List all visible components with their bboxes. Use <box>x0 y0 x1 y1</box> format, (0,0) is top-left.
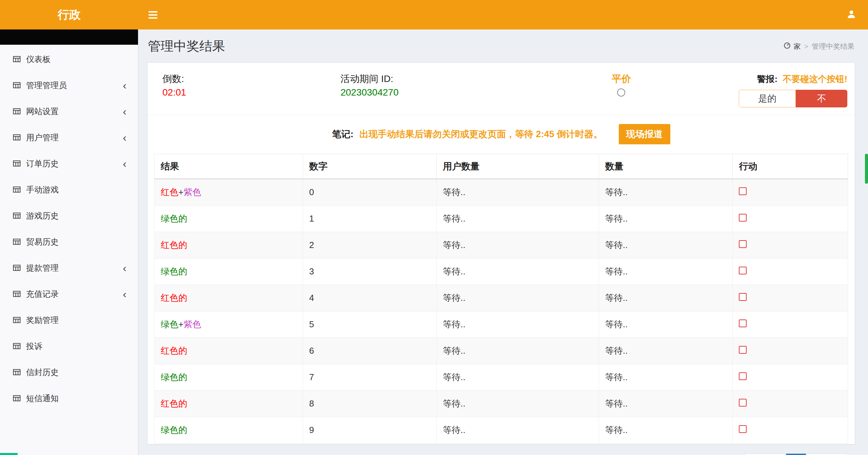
chevron-left-icon: ‹ <box>123 289 126 299</box>
result-checkbox[interactable] <box>739 293 747 301</box>
sidebar-item[interactable]: 奖励管理 <box>0 307 138 333</box>
note-label: 笔记: <box>332 129 353 139</box>
sidebar-item[interactable]: 用户管理‹ <box>0 124 138 150</box>
result-cell: 红色的 <box>155 391 303 417</box>
sidebar-item[interactable]: 投诉 <box>0 333 138 359</box>
alert-block: 警报: 不要碰这个按钮! 是的 不 <box>690 72 847 107</box>
main-content: 管理中奖结果 家 > 管理中奖结果 倒数: 02:01 <box>138 29 868 455</box>
pagination-previous[interactable]: 以前的 <box>744 454 786 455</box>
sidebar-item-label: 投诉 <box>26 341 126 352</box>
number-cell: 5 <box>303 311 437 338</box>
users-cell: 等待.. <box>437 258 599 285</box>
result-segment: 绿色 <box>161 319 178 329</box>
chevron-left-icon: ‹ <box>123 106 126 117</box>
sidebar-toggle-button[interactable] <box>149 9 157 20</box>
info-row: 倒数: 02:01 活动期间 ID: 20230304270 平价 警报: 不要… <box>147 63 855 115</box>
sidebar-item[interactable]: 游戏历史 <box>0 203 138 229</box>
result-checkbox[interactable] <box>739 240 747 248</box>
yes-button[interactable]: 是的 <box>739 90 796 107</box>
table-icon <box>13 395 21 401</box>
chevron-left-icon: ‹ <box>123 132 126 143</box>
users-cell: 等待.. <box>437 391 599 417</box>
result-checkbox[interactable] <box>739 267 747 274</box>
users-cell: 等待.. <box>437 417 599 443</box>
table-row: 绿色的7等待..等待.. <box>155 364 848 391</box>
number-cell: 6 <box>303 338 437 364</box>
chevron-left-icon: ‹ <box>123 80 126 91</box>
sidebar-item-label: 信封历史 <box>26 367 126 378</box>
result-segment: 红色 <box>161 187 178 197</box>
number-cell: 7 <box>303 364 437 391</box>
result-segment: 紫色 <box>183 319 201 329</box>
number-cell: 1 <box>303 206 437 232</box>
user-menu-button[interactable] <box>846 9 856 21</box>
scrollbar-thumb-horizontal[interactable] <box>0 453 18 455</box>
column-header: 数字 <box>303 154 437 179</box>
table-icon <box>13 160 21 167</box>
sidebar-item[interactable]: 贸易历史 <box>0 229 138 255</box>
sidebar-item[interactable]: 管理管理员‹ <box>0 72 138 98</box>
parity-label: 平价 <box>553 72 690 86</box>
table-row: 红色的6等待..等待.. <box>155 338 848 364</box>
result-checkbox[interactable] <box>739 214 747 222</box>
content-box: 倒数: 02:01 活动期间 ID: 20230304270 平价 警报: 不要… <box>147 62 855 444</box>
result-cell: 绿色的 <box>155 417 303 443</box>
result-cell: 绿色+紫色 <box>155 311 303 338</box>
users-cell: 等待.. <box>437 311 599 338</box>
users-cell: 等待.. <box>437 206 599 232</box>
scrollbar-thumb-vertical[interactable] <box>865 154 868 184</box>
table-icon <box>13 134 21 141</box>
sidebar-item[interactable]: 充值记录‹ <box>0 281 138 307</box>
sidebar-item[interactable]: 手动游戏 <box>0 177 138 203</box>
sidebar-item[interactable]: 订单历史‹ <box>0 150 138 177</box>
result-checkbox[interactable] <box>739 187 747 195</box>
sidebar-item[interactable]: 仪表板 <box>0 46 138 72</box>
countdown-label: 倒数: <box>162 72 340 86</box>
result-segment: 绿色的 <box>161 213 187 224</box>
pagination-next[interactable]: 下一个 <box>806 454 848 455</box>
sidebar-item[interactable]: 短信通知 <box>0 385 138 411</box>
amount-cell: 等待.. <box>599 311 733 338</box>
result-checkbox[interactable] <box>739 372 747 380</box>
amount-cell: 等待.. <box>599 391 733 417</box>
sidebar-item[interactable]: 提款管理‹ <box>0 255 138 281</box>
number-cell: 9 <box>303 417 437 443</box>
result-segment: 紫色 <box>183 187 201 197</box>
result-segment: 红色的 <box>161 398 187 409</box>
countdown-block: 倒数: 02:01 <box>162 72 340 99</box>
breadcrumb: 家 > 管理中奖结果 <box>783 42 854 51</box>
amount-cell: 等待.. <box>599 338 733 364</box>
sidebar-item-label: 充值记录 <box>26 289 123 299</box>
alert-button-group: 是的 不 <box>739 90 847 107</box>
table-icon <box>13 239 21 245</box>
result-checkbox[interactable] <box>739 346 747 354</box>
result-segment: 红色的 <box>161 240 187 250</box>
number-cell: 0 <box>303 179 437 206</box>
sidebar-item[interactable]: 信封历史 <box>0 359 138 385</box>
table-icon <box>13 343 21 349</box>
sidebar-item-label: 网站设置 <box>26 106 123 117</box>
table-header-row: 结果数字用户数量数量行动 <box>155 154 848 179</box>
results-table: 结果数字用户数量数量行动 红色+紫色0等待..等待..绿色的1等待..等待..红… <box>154 154 848 443</box>
amount-cell: 等待.. <box>599 417 733 443</box>
result-checkbox[interactable] <box>739 425 747 433</box>
amount-cell: 等待.. <box>599 206 733 232</box>
action-cell <box>733 232 848 258</box>
result-checkbox[interactable] <box>739 319 747 327</box>
sidebar-item[interactable]: 网站设置‹ <box>0 98 138 124</box>
result-cell: 红色的 <box>155 338 303 364</box>
table-icon <box>13 265 21 271</box>
pagination-page-1[interactable]: 1 <box>786 454 806 455</box>
action-cell <box>733 285 848 311</box>
users-cell: 等待.. <box>437 364 599 391</box>
amount-cell: 等待.. <box>599 258 733 285</box>
live-report-button[interactable]: 现场报道 <box>619 124 670 144</box>
parity-radio[interactable] <box>617 88 625 97</box>
result-segment: + <box>178 319 183 329</box>
result-checkbox[interactable] <box>739 399 747 407</box>
amount-cell: 等待.. <box>599 232 733 258</box>
sidebar-item-label: 贸易历史 <box>26 236 126 247</box>
breadcrumb-home-link[interactable]: 家 <box>794 42 801 51</box>
breadcrumb-separator: > <box>804 42 808 50</box>
no-button[interactable]: 不 <box>796 90 847 107</box>
